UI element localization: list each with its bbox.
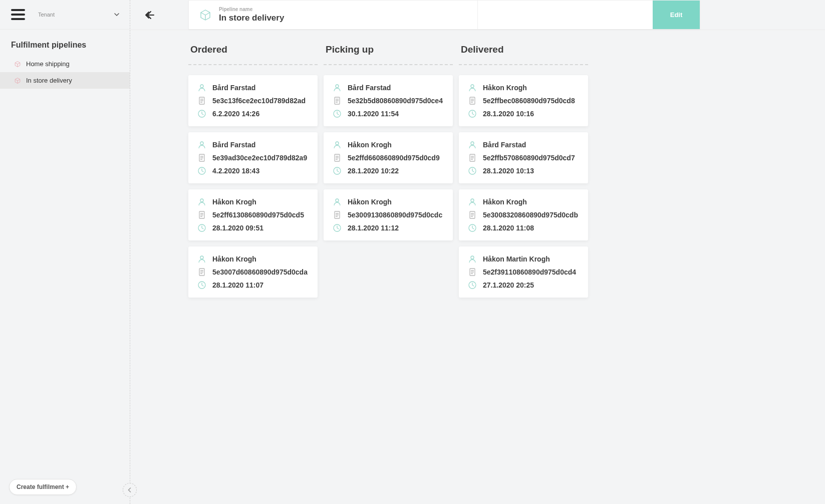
main: Pipeline name In store delivery Edit Ord… xyxy=(130,0,825,504)
sidebar-item-label: In store delivery xyxy=(26,77,72,84)
card-row: 5e2ff6130860890d975d0cd5 xyxy=(197,210,309,219)
card-order-id: 5e32b5d80860890d975d0ce4 xyxy=(348,97,443,105)
document-icon xyxy=(197,268,206,277)
back-button[interactable] xyxy=(141,0,159,30)
card-list: Håkon Krogh5e2ffbec0860890d975d0cd828.1.… xyxy=(459,75,588,298)
svg-point-0 xyxy=(200,85,203,88)
pipeline-name-label: Pipeline name xyxy=(219,7,284,12)
order-card[interactable]: Håkon Krogh5e3009130860890d975d0cdc28.1.… xyxy=(324,189,453,240)
hamburger-icon[interactable] xyxy=(11,9,25,20)
document-icon xyxy=(468,96,477,105)
svg-point-21 xyxy=(471,85,474,88)
order-card[interactable]: Håkon Krogh5e2ffd660860890d975d0cd928.1.… xyxy=(324,132,453,183)
card-order-id: 5e3007d60860890d975d0cda xyxy=(212,268,308,276)
document-icon xyxy=(333,210,342,219)
package-icon xyxy=(199,9,212,22)
edit-button[interactable]: Edit xyxy=(653,1,700,29)
sidebar-item-pipeline[interactable]: Home shipping xyxy=(0,56,130,72)
clock-icon xyxy=(333,223,342,232)
card-timestamp: 28.1.2020 10:16 xyxy=(483,110,534,118)
card-list: Bård Farstad5e32b5d80860890d975d0ce430.1… xyxy=(324,75,453,240)
sidebar: Tenant Fulfilment pipelines Home shippin… xyxy=(0,0,130,504)
card-customer-name: Håkon Krogh xyxy=(212,255,256,263)
sidebar-item-pipeline[interactable]: In store delivery xyxy=(0,72,130,89)
card-row: Håkon Krogh xyxy=(197,255,309,264)
card-row: Håkon Krogh xyxy=(333,197,444,206)
order-card[interactable]: Bård Farstad5e39ad30ce2ec10d789d82a94.2.… xyxy=(188,132,318,183)
card-customer-name: Håkon Krogh xyxy=(348,141,392,149)
package-icon xyxy=(14,77,21,84)
card-order-id: 5e2ffb570860890d975d0cd7 xyxy=(483,154,575,162)
svg-point-27 xyxy=(471,199,474,202)
board-column: DeliveredHåkon Krogh5e2ffbec0860890d975d… xyxy=(459,39,588,298)
column-title: Ordered xyxy=(188,39,318,65)
clock-icon xyxy=(333,109,342,118)
create-fulfilment-button[interactable]: Create fulfilment + xyxy=(9,479,77,495)
card-customer-name: Bård Farstad xyxy=(348,84,391,92)
pipeline-name-section: Pipeline name In store delivery xyxy=(189,1,478,29)
clock-icon xyxy=(333,166,342,175)
order-card[interactable]: Håkon Krogh5e2ff6130860890d975d0cd528.1.… xyxy=(188,189,318,240)
svg-point-12 xyxy=(336,85,339,88)
card-customer-name: Bård Farstad xyxy=(212,84,255,92)
card-timestamp: 6.2.2020 14:26 xyxy=(212,110,259,118)
card-customer-name: Håkon Martin Krogh xyxy=(483,255,550,263)
order-card[interactable]: Bård Farstad5e2ffb570860890d975d0cd728.1… xyxy=(459,132,588,183)
clock-icon xyxy=(468,109,477,118)
card-order-id: 5e2ffbec0860890d975d0cd8 xyxy=(483,97,575,105)
card-timestamp: 28.1.2020 11:08 xyxy=(483,224,534,232)
card-row: 5e32b5d80860890d975d0ce4 xyxy=(333,96,444,105)
clock-icon xyxy=(197,281,206,290)
pipeline-header-spacer xyxy=(478,1,653,29)
card-timestamp: 28.1.2020 10:22 xyxy=(348,167,399,175)
card-row: Håkon Krogh xyxy=(197,197,309,206)
pipeline-header-card: Pipeline name In store delivery Edit xyxy=(188,0,700,30)
chevron-down-icon xyxy=(114,12,120,18)
order-card[interactable]: Bård Farstad5e3c13f6ce2ec10d789d82ad6.2.… xyxy=(188,75,318,126)
person-icon xyxy=(468,197,477,206)
order-card[interactable]: Bård Farstad5e32b5d80860890d975d0ce430.1… xyxy=(324,75,453,126)
order-card[interactable]: Håkon Krogh5e2ffbec0860890d975d0cd828.1.… xyxy=(459,75,588,126)
card-timestamp: 28.1.2020 10:13 xyxy=(483,167,534,175)
board-columns: OrderedBård Farstad5e3c13f6ce2ec10d789d8… xyxy=(130,30,825,298)
card-row: 4.2.2020 18:43 xyxy=(197,166,309,175)
card-row: 5e39ad30ce2ec10d789d82a9 xyxy=(197,153,309,162)
card-row: 5e3007d60860890d975d0cda xyxy=(197,268,309,277)
tenant-dropdown[interactable] xyxy=(114,12,120,18)
board-column: OrderedBård Farstad5e3c13f6ce2ec10d789d8… xyxy=(188,39,318,298)
order-card[interactable]: Håkon Krogh5e3008320860890d975d0cdb28.1.… xyxy=(459,189,588,240)
order-card[interactable]: Håkon Martin Krogh5e2f39110860890d975d0c… xyxy=(459,246,588,298)
svg-point-3 xyxy=(200,142,203,145)
document-icon xyxy=(468,153,477,162)
person-icon xyxy=(333,83,342,92)
card-row: 30.1.2020 11:54 xyxy=(333,109,444,118)
clock-icon xyxy=(197,166,206,175)
card-row: 28.1.2020 11:12 xyxy=(333,223,444,232)
card-row: 5e2ffbec0860890d975d0cd8 xyxy=(468,96,579,105)
person-icon xyxy=(333,197,342,206)
column-title: Delivered xyxy=(459,39,588,65)
card-row: 6.2.2020 14:26 xyxy=(197,109,309,118)
svg-point-6 xyxy=(200,199,203,202)
sidebar-header: Tenant xyxy=(0,0,130,30)
card-customer-name: Håkon Krogh xyxy=(483,198,527,206)
person-icon xyxy=(197,255,206,264)
board-column: Picking upBård Farstad5e32b5d80860890d97… xyxy=(324,39,453,240)
person-icon xyxy=(333,140,342,149)
arrow-left-icon xyxy=(145,10,156,21)
tenant-label: Tenant xyxy=(38,12,55,18)
person-icon xyxy=(468,255,477,264)
clock-icon xyxy=(197,223,206,232)
card-customer-name: Håkon Krogh xyxy=(212,198,256,206)
card-row: 28.1.2020 10:22 xyxy=(333,166,444,175)
card-timestamp: 28.1.2020 09:51 xyxy=(212,224,263,232)
card-customer-name: Bård Farstad xyxy=(212,141,255,149)
document-icon xyxy=(468,210,477,219)
card-row: Håkon Krogh xyxy=(333,140,444,149)
card-row: 28.1.2020 11:08 xyxy=(468,223,579,232)
card-row: 5e2ffb570860890d975d0cd7 xyxy=(468,153,579,162)
card-order-id: 5e3c13f6ce2ec10d789d82ad xyxy=(212,97,306,105)
person-icon xyxy=(197,83,206,92)
order-card[interactable]: Håkon Krogh5e3007d60860890d975d0cda28.1.… xyxy=(188,246,318,298)
svg-point-24 xyxy=(471,142,474,145)
